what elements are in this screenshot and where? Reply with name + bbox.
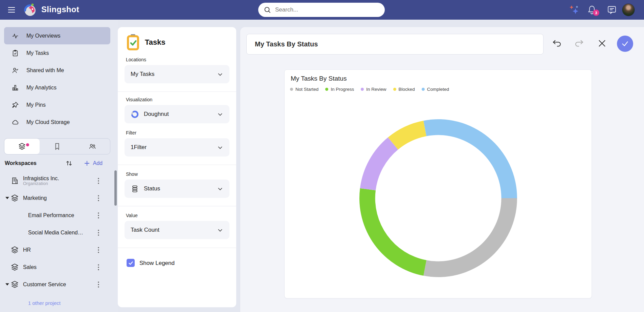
chat-icon[interactable]: [606, 4, 617, 15]
bar-chart-icon: [12, 84, 19, 91]
workspace-list: Infragistics Inc. Organization Marketing…: [0, 172, 118, 293]
sidebar-item-label: My Analytics: [26, 85, 57, 91]
layers-icon: [18, 142, 26, 150]
workspace-row-customer-service[interactable]: Customer Service: [0, 276, 118, 293]
visualization-select[interactable]: Doughnut: [125, 105, 229, 123]
visualization-title-input[interactable]: [246, 34, 543, 55]
value-label: Value: [126, 213, 138, 218]
person-check-icon: [12, 67, 19, 74]
cloud-icon: [12, 119, 19, 126]
close-button[interactable]: [597, 39, 607, 48]
sidebar: My Overviews My Tasks Shared with Me My …: [0, 20, 118, 312]
project-row-email-performance[interactable]: Email Performance: [0, 207, 118, 224]
sidebar-scrollbar-thumb[interactable]: [114, 170, 117, 206]
chevron-down-icon: [217, 71, 223, 78]
legend-item[interactable]: Completed: [422, 87, 449, 92]
tab-workspaces[interactable]: [4, 139, 40, 154]
show-legend-label: Show Legend: [139, 260, 175, 267]
top-navbar: Slingshot 3: [0, 0, 644, 20]
show-select[interactable]: Status: [125, 180, 229, 198]
donut-segment-not-started[interactable]: [423, 198, 517, 277]
legend-dot: [325, 88, 328, 91]
kebab-menu-icon[interactable]: [96, 212, 101, 219]
filter-select[interactable]: 1Filter: [125, 138, 229, 157]
kebab-menu-icon[interactable]: [96, 246, 101, 254]
project-row-social-media-calendar[interactable]: Social Media Calend…: [0, 224, 118, 241]
locations-select[interactable]: My Tasks: [125, 65, 229, 83]
donut-segment-completed[interactable]: [423, 119, 517, 198]
sidebar-item-my-pins[interactable]: My Pins: [4, 96, 110, 113]
redo-button[interactable]: [575, 39, 584, 48]
legend-label: In Progress: [331, 87, 354, 92]
workspace-row-marketing[interactable]: Marketing: [0, 189, 118, 207]
sidebar-item-my-overviews[interactable]: My Overviews: [4, 27, 110, 44]
add-workspace-button[interactable]: Add: [84, 160, 103, 167]
workspace-name: Marketing: [23, 195, 47, 201]
bookmark-icon: [53, 142, 61, 150]
kebab-menu-icon[interactable]: [96, 281, 101, 288]
workspace-row-organization[interactable]: Infragistics Inc. Organization: [0, 172, 118, 189]
brand-title: Slingshot: [41, 5, 79, 14]
sort-icon[interactable]: [65, 159, 73, 168]
doughnut-chart: [359, 119, 518, 278]
divider: [118, 165, 236, 165]
panel-title: Tasks: [145, 38, 165, 47]
chart-title: My Tasks By Status: [291, 75, 347, 82]
chevron-down-icon: [217, 111, 223, 118]
show-legend-checkbox[interactable]: [127, 259, 135, 267]
sidebar-item-my-analytics[interactable]: My Analytics: [4, 79, 110, 96]
user-avatar[interactable]: [622, 3, 635, 16]
search-input[interactable]: [275, 6, 379, 13]
kebab-menu-icon[interactable]: [96, 264, 101, 271]
chart-legend: Not StartedIn ProgressIn ReviewBlockedCo…: [290, 87, 449, 92]
donut-segment-in-review[interactable]: [360, 137, 398, 190]
legend-item[interactable]: Blocked: [393, 87, 415, 92]
chevron-down-icon: [217, 186, 223, 192]
plus-icon: [84, 160, 90, 167]
donut-segment-in-progress[interactable]: [359, 188, 426, 276]
show-label: Show: [126, 171, 138, 177]
undo-button[interactable]: [552, 39, 561, 48]
sidebar-item-my-tasks[interactable]: My Tasks: [4, 44, 110, 62]
workspace-row-sales[interactable]: Sales: [0, 258, 118, 276]
project-name: Social Media Calend…: [28, 230, 83, 236]
tasks-clipboard-icon: [126, 34, 140, 51]
clipboard-check-icon: [12, 49, 19, 57]
chevron-down-icon: [217, 227, 223, 233]
workspaces-header: Workspaces Add: [5, 158, 103, 168]
legend-item[interactable]: In Review: [361, 87, 386, 92]
search-bar[interactable]: [258, 3, 385, 17]
legend-label: Blocked: [399, 87, 415, 92]
sidebar-item-shared-with-me[interactable]: Shared with Me: [4, 62, 110, 79]
tab-teams[interactable]: [75, 139, 110, 154]
workspaces-title: Workspaces: [5, 160, 65, 166]
workspace-row-hr[interactable]: HR: [0, 241, 118, 258]
legend-item[interactable]: Not Started: [290, 87, 318, 92]
pin-icon: [12, 101, 19, 109]
tab-bookmarks[interactable]: [40, 139, 75, 154]
kebab-menu-icon[interactable]: [96, 177, 101, 185]
kebab-menu-icon[interactable]: [96, 194, 101, 202]
filter-label: Filter: [126, 130, 136, 136]
more-projects-link[interactable]: 1 other project: [28, 300, 61, 306]
caret-down-icon[interactable]: [5, 282, 9, 287]
main-content: My Tasks By Status Not StartedIn Progres…: [240, 27, 644, 312]
add-label: Add: [93, 160, 103, 166]
confirm-button[interactable]: [617, 36, 633, 52]
visualization-editor-panel: Tasks Locations My Tasks Visualization D…: [118, 27, 236, 307]
sidebar-item-my-cloud-storage[interactable]: My Cloud Storage: [4, 113, 110, 131]
ai-sparkles-icon[interactable]: [569, 4, 579, 15]
layers-icon: [10, 246, 19, 254]
divider: [118, 206, 236, 206]
value-select[interactable]: Task Count: [125, 221, 229, 239]
active-dot: [26, 143, 29, 146]
sidebar-item-label: My Pins: [26, 102, 46, 108]
caret-down-icon[interactable]: [5, 196, 9, 200]
workspace-name: Sales: [23, 264, 37, 270]
kebab-menu-icon[interactable]: [96, 229, 101, 236]
legend-item[interactable]: In Progress: [325, 87, 354, 92]
sidebar-item-label: My Tasks: [26, 50, 49, 56]
divider: [118, 248, 236, 248]
hamburger-menu-icon[interactable]: [7, 5, 16, 15]
activity-icon: [12, 32, 19, 40]
